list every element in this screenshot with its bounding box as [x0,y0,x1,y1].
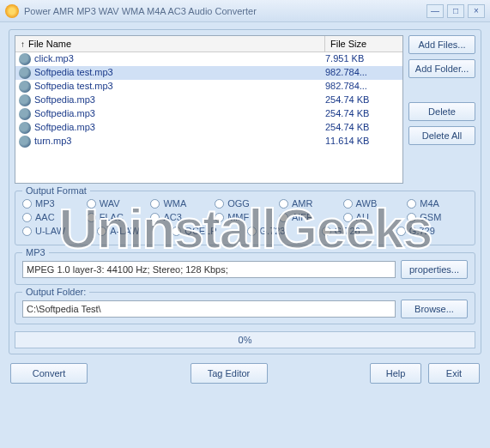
file-row[interactable]: turn.mp311.614 KB [15,135,402,148]
format-radio-mp3[interactable]: MP3 [22,198,83,209]
radio-label: QCELP [185,226,216,236]
format-radio-u-law[interactable]: U-LAW [22,226,94,236]
format-radio-m4a[interactable]: M4A [407,198,468,209]
minimize-button[interactable]: — [426,4,444,18]
delete-button[interactable]: Delete [408,102,475,121]
add-files-button[interactable]: Add Files... [408,35,475,54]
radio-label: MMF [227,212,249,222]
file-size: 254.74 KB [325,94,399,106]
format-radio-g726[interactable]: G.726 [322,226,393,236]
help-button[interactable]: Help [370,363,421,384]
radio-icon [22,199,32,209]
radio-icon [215,199,224,209]
format-radio-wma[interactable]: WMA [150,198,211,209]
file-row[interactable]: Softpedia test.mp3982.784... [15,66,402,80]
format-radio-qcelp[interactable]: QCELP [172,226,243,236]
radio-icon [247,227,257,236]
radio-label: M4A [420,198,439,209]
properties-button[interactable]: properties... [401,260,468,279]
window-title: Power AMR MP3 WAV WMA M4A AC3 Audio Conv… [24,6,423,16]
radio-icon [407,213,416,222]
mp3-group: MP3 MPEG 1.0 layer-3: 44100 Hz; Stereo; … [15,252,475,285]
maximize-button[interactable]: □ [447,4,464,18]
radio-icon [22,227,32,236]
radio-label: AU [356,212,369,222]
output-format-label: Output Format [22,185,90,196]
radio-label: AWB [356,198,378,209]
radio-icon [279,199,288,209]
file-row[interactable]: Softpedia.mp3254.74 KB [15,107,402,121]
titlebar: Power AMR MP3 WAV WMA M4A AC3 Audio Conv… [0,0,490,22]
file-size: 7.951 KB [325,53,399,65]
output-format-group: Output Format MP3WAVWMAOGGAMRAWBM4A AACF… [15,191,475,245]
column-filesize[interactable]: File Size [325,36,402,51]
browse-button[interactable]: Browse... [401,300,468,318]
audio-file-icon [19,108,31,120]
radio-label: OGG [227,198,250,209]
file-size: 254.74 KB [325,122,399,134]
audio-file-icon [19,122,31,134]
radio-label: G.726 [335,226,360,236]
radio-icon [87,199,96,209]
radio-label: G.723 [260,226,286,236]
radio-icon [150,199,160,209]
radio-icon [396,227,406,236]
file-name: Softpedia test.mp3 [34,81,325,93]
audio-file-icon [19,67,31,79]
radio-label: WAV [100,198,120,209]
exit-button[interactable]: Exit [428,363,480,384]
file-size: 982.784... [325,81,399,93]
output-folder-group: Output Folder: C:\Softpedia Test\ Browse… [15,292,475,324]
format-radio-au[interactable]: AU [343,212,404,222]
format-radio-ac3[interactable]: AC3 [150,212,211,222]
file-size: 982.784... [325,67,399,79]
column-filename[interactable]: ↑File Name [15,36,325,51]
file-row[interactable]: click.mp37.951 KB [15,52,402,66]
audio-file-icon [19,136,31,148]
radio-label: AMR [292,198,312,209]
format-radio-aiff[interactable]: AIFF [279,212,340,222]
file-size: 254.74 KB [325,108,399,120]
radio-label: MP3 [35,198,55,209]
format-radio-ogg[interactable]: OGG [215,198,275,209]
mp3-info-field[interactable]: MPEG 1.0 layer-3: 44100 Hz; Stereo; 128 … [22,261,396,278]
radio-icon [343,213,353,222]
output-folder-field[interactable]: C:\Softpedia Test\ [22,300,396,318]
radio-icon [97,227,106,236]
format-radio-gsm[interactable]: GSM [407,212,468,222]
radio-icon [150,213,160,222]
mp3-group-label: MP3 [22,247,49,257]
file-row[interactable]: Softpedia test.mp3982.784... [15,80,402,94]
format-radio-mmf[interactable]: MMF [215,212,275,222]
format-radio-flac[interactable]: FLAC [87,212,148,222]
radio-label: A-LAW [110,226,139,236]
audio-file-icon [19,81,31,93]
convert-button[interactable]: Convert [10,363,88,384]
add-folder-button[interactable]: Add Folder... [408,59,475,78]
radio-icon [322,227,331,236]
format-radio-awb[interactable]: AWB [343,198,404,209]
file-name: Softpedia.mp3 [34,94,325,106]
audio-file-icon [19,53,31,65]
output-folder-label: Output Folder: [22,287,89,297]
format-radio-amr[interactable]: AMR [279,198,340,209]
radio-label: G.729 [409,226,435,236]
format-radio-g729[interactable]: G.729 [396,226,468,236]
file-row[interactable]: Softpedia.mp3254.74 KB [15,94,402,107]
format-radio-wav[interactable]: WAV [87,198,148,209]
radio-icon [407,199,416,209]
radio-label: AC3 [163,212,181,222]
tag-editor-button[interactable]: Tag Editor [191,363,268,384]
close-button[interactable]: × [468,4,485,18]
file-row[interactable]: Softpedia.mp3254.74 KB [15,121,402,135]
radio-label: U-LAW [35,226,65,236]
file-name: Softpedia.mp3 [34,108,325,120]
format-radio-a-law[interactable]: A-LAW [97,226,168,236]
file-size: 11.614 KB [325,136,399,148]
app-icon [5,4,19,18]
file-list[interactable]: ↑File Name File Size click.mp37.951 KBSo… [15,35,403,184]
delete-all-button[interactable]: Delete All [408,126,475,145]
format-radio-aac[interactable]: AAC [22,212,83,222]
radio-label: FLAC [100,212,124,222]
format-radio-g723[interactable]: G.723 [247,226,318,236]
